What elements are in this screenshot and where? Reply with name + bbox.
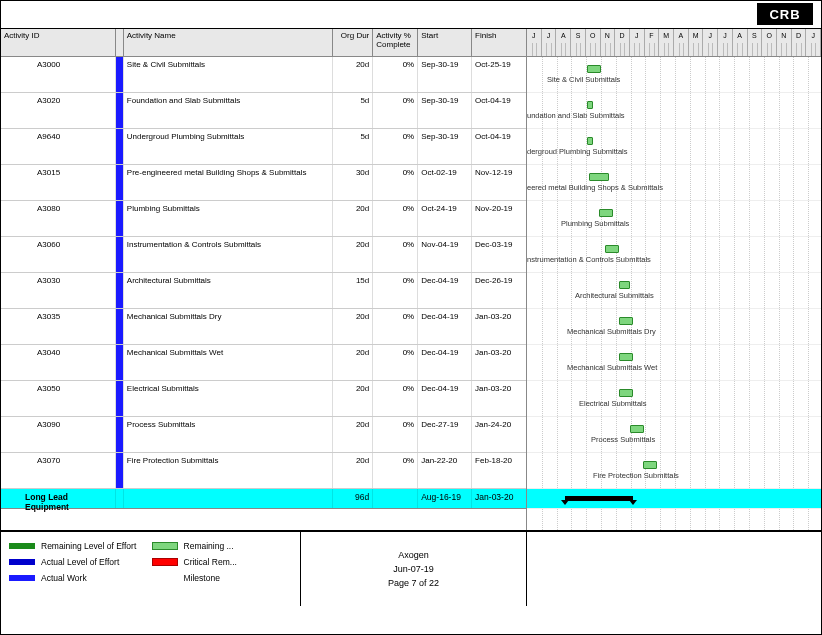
- cell-id: A3080: [1, 201, 116, 236]
- month-label: J: [806, 29, 821, 43]
- cell-id: A3070: [1, 453, 116, 488]
- data-date: Jun-07-19: [309, 564, 518, 574]
- cell-dur: 20d: [333, 57, 373, 92]
- cell-name: Foundation and Slab Submittals: [124, 93, 334, 128]
- gantt-row: Process Submittals: [527, 417, 821, 453]
- month-label: J: [527, 29, 542, 43]
- gantt-row: Fire Protection Submittals: [527, 453, 821, 489]
- cell-pct: 0%: [373, 129, 418, 164]
- table-row: A3000Site & Civil Submittals20d0%Sep-30-…: [1, 57, 526, 93]
- table-row: A3090Process Submittals20d0%Dec-27-19Jan…: [1, 417, 526, 453]
- legend-label: Remaining ...: [184, 541, 234, 551]
- tick: [792, 43, 807, 57]
- month-label: M: [689, 29, 704, 43]
- page: CRB Activity ID Activity Name Org Dur Ac…: [0, 0, 822, 635]
- month-label: J: [718, 29, 733, 43]
- gantt-bar-label: dergroud Plumbing Submittals: [527, 147, 627, 156]
- cell-dur: 30d: [333, 165, 373, 200]
- content: Activity ID Activity Name Org Dur Activi…: [1, 29, 821, 531]
- swatch-icon: [152, 542, 178, 550]
- month-label: S: [571, 29, 586, 43]
- cell-name: Architectural Submittals: [124, 273, 334, 308]
- tick: [527, 43, 542, 57]
- cell-start: Sep-30-19: [418, 93, 472, 128]
- table-row: A3040Mechanical Submittals Wet20d0%Dec-0…: [1, 345, 526, 381]
- cell-name: Plumbing Submittals: [124, 201, 334, 236]
- tick: [762, 43, 777, 57]
- gantt-bar: [605, 245, 619, 253]
- gantt-row: Electrical Submittals: [527, 381, 821, 417]
- project-name: Axogen: [309, 550, 518, 560]
- legend-item: Actual Work: [9, 570, 149, 586]
- cell-dur: 15d: [333, 273, 373, 308]
- table-row: A3060Instrumentation & Controls Submitta…: [1, 237, 526, 273]
- cell-finish: Dec-03-19: [472, 237, 526, 272]
- cell-dur: 20d: [333, 417, 373, 452]
- status-strip: [116, 165, 124, 200]
- gantt-bar: [587, 101, 593, 109]
- month-label: N: [777, 29, 792, 43]
- gantt-bar-label: Process Submittals: [591, 435, 655, 444]
- gantt-chart: JJASONDJFMAMJJASONDJ Site & Civil Submit…: [527, 29, 821, 530]
- status-strip: [116, 237, 124, 272]
- cell-start: Jan-22-20: [418, 453, 472, 488]
- gantt-bar: [643, 461, 657, 469]
- cell-id: A3035: [1, 309, 116, 344]
- tick: [556, 43, 571, 57]
- cell-finish: Jan-03-20: [472, 381, 526, 416]
- cell-id: A3030: [1, 273, 116, 308]
- cell-dur: 20d: [333, 381, 373, 416]
- cell-start: Dec-04-19: [418, 345, 472, 380]
- gantt-bar-label: Mechanical Submittals Dry: [567, 327, 656, 336]
- timeline-months: JJASONDJFMAMJJASONDJ: [527, 29, 821, 43]
- status-strip: [116, 129, 124, 164]
- table-row: A3070Fire Protection Submittals20d0%Jan-…: [1, 453, 526, 489]
- timeline-header: JJASONDJFMAMJJASONDJ: [527, 29, 821, 57]
- table-row: A9640Undergroud Plumbing Submittals5d0%S…: [1, 129, 526, 165]
- legend-label: Milestone: [184, 573, 220, 583]
- gantt-bar-label: Architectural Submittals: [575, 291, 654, 300]
- status-strip: [116, 309, 124, 344]
- cell-pct: 0%: [373, 273, 418, 308]
- legend-item: Remaining Level of Effort: [9, 538, 149, 554]
- status-strip: [116, 201, 124, 236]
- tick: [806, 43, 821, 57]
- cell-dur: 20d: [333, 237, 373, 272]
- gantt-bar: [599, 209, 613, 217]
- status-strip: [116, 93, 124, 128]
- cell-start: Aug-16-19: [418, 489, 472, 508]
- status-strip: [116, 453, 124, 488]
- swatch-icon: [9, 575, 35, 581]
- gantt-summary-row: [527, 489, 821, 509]
- summary-row: Long Lead Equipment96dAug-16-19Jan-03-20: [1, 489, 526, 509]
- gantt-row: Site & Civil Submittals: [527, 57, 821, 93]
- tick: [645, 43, 660, 57]
- cell-finish: Jan-03-20: [472, 345, 526, 380]
- cell-pct: 0%: [373, 165, 418, 200]
- legend-item: Milestone: [152, 570, 292, 586]
- cell-name: Fire Protection Submittals: [124, 453, 334, 488]
- cell-pct: 0%: [373, 201, 418, 236]
- cell-dur: 20d: [333, 201, 373, 236]
- cell-pct: 0%: [373, 417, 418, 452]
- cell-start: Sep-30-19: [418, 57, 472, 92]
- cell-start: Dec-04-19: [418, 309, 472, 344]
- tick: [615, 43, 630, 57]
- cell-id: A9640: [1, 129, 116, 164]
- gantt-bar-label: Electrical Submittals: [579, 399, 647, 408]
- gantt-bar: [587, 65, 601, 73]
- table-row: A3020Foundation and Slab Submittals5d0%S…: [1, 93, 526, 129]
- status-strip: [116, 417, 124, 452]
- cell-dur: 20d: [333, 345, 373, 380]
- cell-id: A3060: [1, 237, 116, 272]
- cell-finish: Oct-04-19: [472, 93, 526, 128]
- cell-pct: 0%: [373, 381, 418, 416]
- col-header-id: Activity ID: [1, 29, 116, 56]
- cell-name: Process Submittals: [124, 417, 334, 452]
- summary-bar: [565, 496, 633, 501]
- tick: [586, 43, 601, 57]
- activity-table: Activity ID Activity Name Org Dur Activi…: [1, 29, 527, 530]
- tick: [748, 43, 763, 57]
- cell-pct: 0%: [373, 309, 418, 344]
- cell-pct: 0%: [373, 57, 418, 92]
